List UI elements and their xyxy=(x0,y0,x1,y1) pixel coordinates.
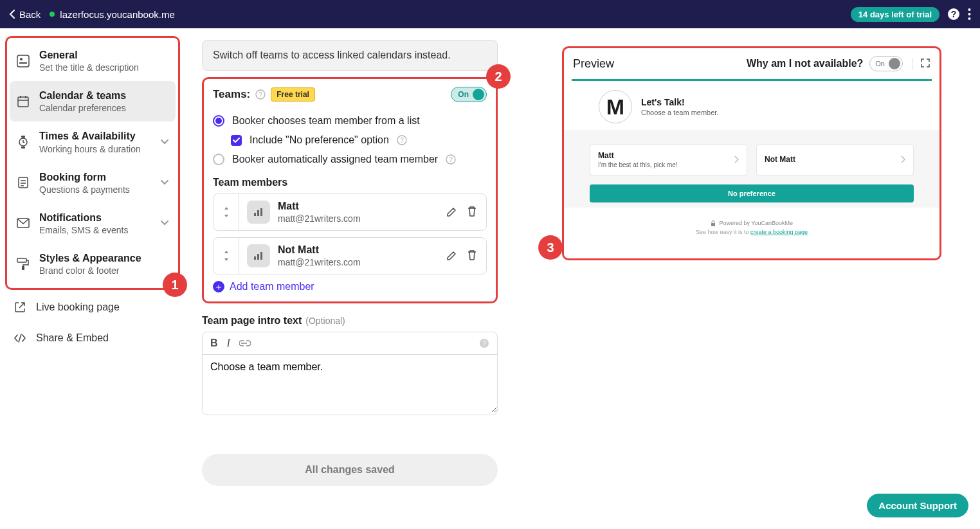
nav-share-embed[interactable]: Share & Embed xyxy=(5,325,180,352)
mail-icon xyxy=(16,216,30,230)
nav-sub: Brand color & footer xyxy=(39,265,169,276)
save-button[interactable]: All changes saved xyxy=(202,454,498,486)
free-trial-tag: Free trial xyxy=(271,87,315,102)
link-button[interactable] xyxy=(239,338,251,348)
nav-share-label: Share & Embed xyxy=(36,332,109,344)
svg-rect-30 xyxy=(260,208,262,216)
more-menu-icon[interactable] xyxy=(968,8,971,21)
edit-button[interactable] xyxy=(446,206,458,219)
help-icon[interactable]: ? xyxy=(397,135,407,145)
radio-label: Booker chooses team member from a list xyxy=(232,115,420,127)
preview-logo: M xyxy=(599,90,632,123)
account-support-button[interactable]: Account Support xyxy=(867,494,968,517)
toggle-knob-icon xyxy=(473,89,484,100)
svg-rect-32 xyxy=(257,254,259,260)
expand-button[interactable] xyxy=(912,58,930,70)
create-booking-link[interactable]: create a booking page xyxy=(750,229,808,235)
radio-booker-chooses[interactable]: Booker chooses team member from a list xyxy=(213,111,487,130)
preview-panel-highlight: 3 Preview Why am I not available? On xyxy=(562,46,941,260)
member-email: matt@21writers.com xyxy=(278,213,361,224)
back-button[interactable]: Back xyxy=(9,9,41,20)
preview-toggle[interactable]: On xyxy=(869,56,903,71)
nav-item-notifications[interactable]: Notifications Emails, SMS & events xyxy=(10,203,176,244)
nav-title: Styles & Appearance xyxy=(39,252,169,264)
teams-section-highlight: 2 Teams: ? Free trial On xyxy=(202,77,498,303)
trial-badge[interactable]: 14 days left of trial xyxy=(851,7,939,22)
preview-page-sub: Choose a team member. xyxy=(641,109,718,116)
drag-handle[interactable] xyxy=(213,238,239,274)
nav-item-booking-form[interactable]: Booking form Questions & payments xyxy=(10,163,176,203)
callout-badge-1: 1 xyxy=(163,273,187,297)
bold-button[interactable]: B xyxy=(210,337,218,349)
preview-footer: Powered by YouCanBookMe See how easy it … xyxy=(573,208,930,237)
nav-item-general[interactable]: General Set the title & description xyxy=(10,40,176,81)
preview-option-card[interactable]: Matt I'm the best at this, pick me! xyxy=(590,144,747,175)
nav-title: Calendar & teams xyxy=(39,89,169,102)
nav-sub: Emails, SMS & events xyxy=(39,225,151,235)
nav-live-booking[interactable]: Live booking page xyxy=(5,294,180,321)
intro-text-editor: B I ? xyxy=(202,332,498,415)
svg-rect-33 xyxy=(260,252,262,260)
team-member-row: Not Matt matt@21writers.com xyxy=(213,237,487,274)
teams-label: Teams: xyxy=(213,88,250,101)
calendar-icon xyxy=(16,94,30,109)
add-team-member-button[interactable]: ＋ Add team member xyxy=(213,281,487,292)
preview-page-title: Let's Talk! xyxy=(641,97,718,107)
chevron-right-icon xyxy=(900,155,905,165)
help-icon[interactable]: ? xyxy=(446,154,456,165)
why-not-available-link[interactable]: Why am I not available? xyxy=(747,58,863,69)
teams-toggle[interactable]: On xyxy=(451,87,487,102)
italic-button[interactable]: I xyxy=(227,337,230,349)
nav-item-times[interactable]: Times & Availability Working hours & dur… xyxy=(10,121,176,162)
option-name: Matt xyxy=(598,151,734,160)
trash-icon xyxy=(467,206,477,217)
drag-handle[interactable] xyxy=(213,194,239,230)
add-member-label: Add team member xyxy=(230,281,314,292)
toggle-label: On xyxy=(458,90,469,99)
callout-badge-3: 3 xyxy=(538,235,563,260)
svg-rect-21 xyxy=(22,266,24,270)
code-icon xyxy=(13,331,27,345)
svg-rect-5 xyxy=(17,55,29,67)
check-no-preference[interactable]: Include "No preference" option ? xyxy=(213,130,487,150)
nav-item-styles[interactable]: Styles & Appearance Brand color & footer xyxy=(10,244,176,284)
intro-textarea[interactable] xyxy=(203,355,497,413)
nav-title: Notifications xyxy=(39,211,151,224)
nav-sub: Calendar preferences xyxy=(39,103,169,113)
nav-item-calendar-teams[interactable]: Calendar & teams Calendar preferences xyxy=(10,81,176,121)
svg-rect-31 xyxy=(254,256,256,260)
lock-icon xyxy=(711,220,716,226)
nav-title: Booking form xyxy=(39,171,151,183)
radio-booker-auto[interactable]: Booker automatically assigned team membe… xyxy=(213,150,487,169)
nav-sub: Set the title & description xyxy=(39,62,169,73)
svg-point-4 xyxy=(968,17,971,20)
delete-button[interactable] xyxy=(467,249,477,263)
trash-icon xyxy=(467,249,477,261)
team-member-row: Matt matt@21writers.com xyxy=(213,193,487,231)
preview-no-preference-button[interactable]: No preference xyxy=(590,184,914,202)
help-icon[interactable]: ? xyxy=(947,8,960,21)
main-content: Switch off teams to access linked calend… xyxy=(186,28,980,529)
svg-point-6 xyxy=(20,58,23,60)
watch-icon xyxy=(16,135,30,149)
svg-rect-13 xyxy=(21,136,25,138)
help-icon[interactable]: ? xyxy=(479,338,489,348)
svg-text:?: ? xyxy=(951,9,957,19)
check-label: Include "No preference" option xyxy=(250,134,389,146)
chevron-right-icon xyxy=(734,155,739,165)
drag-arrows-icon xyxy=(222,206,231,219)
svg-rect-14 xyxy=(21,147,25,148)
svg-text:?: ? xyxy=(482,340,486,347)
nav-title: General xyxy=(39,49,169,61)
nav-sub: Working hours & duration xyxy=(39,144,151,154)
paint-roller-icon xyxy=(16,257,30,271)
pencil-icon xyxy=(446,206,458,217)
option-sub: I'm the best at this, pick me! xyxy=(598,161,734,168)
page-url: lazerfocus.youcanbook.me xyxy=(60,9,174,20)
help-icon[interactable]: ? xyxy=(255,89,266,100)
delete-button[interactable] xyxy=(467,206,477,219)
edit-button[interactable] xyxy=(446,249,458,263)
toggle-knob-icon xyxy=(889,58,900,69)
preview-option-card[interactable]: Not Matt xyxy=(756,144,914,175)
preview-title: Preview xyxy=(573,57,614,71)
